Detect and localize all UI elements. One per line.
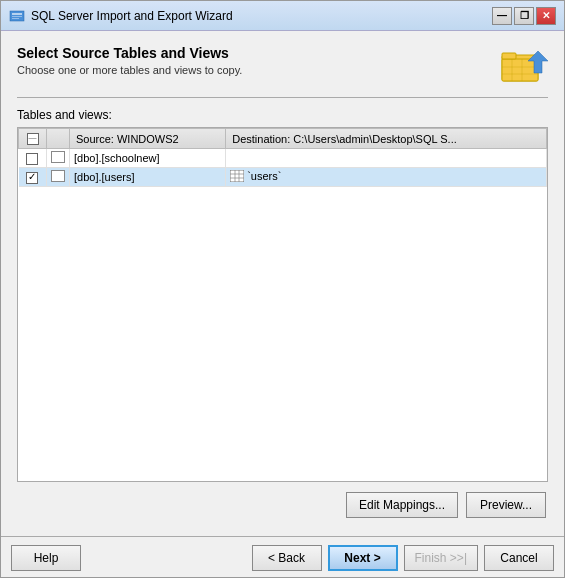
window-title: SQL Server Import and Export Wizard bbox=[31, 9, 233, 23]
help-button[interactable]: Help bbox=[11, 545, 81, 571]
svg-rect-2 bbox=[12, 16, 22, 17]
svg-rect-5 bbox=[502, 59, 538, 81]
row1-icon-cell bbox=[47, 149, 70, 168]
title-bar-buttons: — ❐ ✕ bbox=[492, 7, 556, 25]
svg-rect-6 bbox=[502, 53, 516, 59]
header-icon-col bbox=[47, 129, 70, 149]
row1-source: [dbo].[schoolnew] bbox=[70, 149, 226, 168]
wizard-icon bbox=[500, 45, 548, 85]
header-section: Select Source Tables and Views Choose on… bbox=[17, 45, 548, 85]
title-bar-left: SQL Server Import and Export Wizard bbox=[9, 8, 233, 24]
header-text: Select Source Tables and Views Choose on… bbox=[17, 45, 242, 76]
header-divider bbox=[17, 97, 548, 98]
svg-rect-3 bbox=[12, 18, 19, 19]
next-button[interactable]: Next > bbox=[328, 545, 398, 571]
tables-grid[interactable]: Source: WINDOWS2 Destination: C:\Users\a… bbox=[17, 127, 548, 482]
row1-checkbox[interactable] bbox=[26, 153, 38, 165]
preview-button[interactable]: Preview... bbox=[466, 492, 546, 518]
title-bar: SQL Server Import and Export Wizard — ❐ … bbox=[1, 1, 564, 31]
svg-rect-1 bbox=[12, 13, 22, 15]
table-header-row: Source: WINDOWS2 Destination: C:\Users\a… bbox=[19, 129, 547, 149]
table-row[interactable]: [dbo].[users] `users` bbox=[19, 168, 547, 187]
footer-left: Help bbox=[11, 545, 81, 571]
footer-center: < Back Next > Finish >>| Cancel bbox=[252, 545, 554, 571]
back-button[interactable]: < Back bbox=[252, 545, 322, 571]
grid-data-icon bbox=[230, 170, 244, 182]
tables-label: Tables and views: bbox=[17, 108, 548, 122]
row2-table-icon bbox=[51, 170, 65, 182]
row1-table-icon bbox=[51, 151, 65, 163]
svg-rect-12 bbox=[230, 170, 244, 182]
main-window: SQL Server Import and Export Wizard — ❐ … bbox=[0, 0, 565, 578]
finish-button[interactable]: Finish >>| bbox=[404, 545, 478, 571]
row2-checkbox-cell[interactable] bbox=[19, 168, 47, 187]
row2-destination: `users` bbox=[226, 168, 547, 187]
row2-checkbox[interactable] bbox=[26, 172, 38, 184]
header-checkbox-col bbox=[19, 129, 47, 149]
row2-icon-cell bbox=[47, 168, 70, 187]
footer: Help < Back Next > Finish >>| Cancel bbox=[1, 536, 564, 577]
minimize-button[interactable]: — bbox=[492, 7, 512, 25]
edit-mappings-button[interactable]: Edit Mappings... bbox=[346, 492, 458, 518]
page-title: Select Source Tables and Views bbox=[17, 45, 242, 61]
row1-destination bbox=[226, 149, 547, 168]
cancel-button[interactable]: Cancel bbox=[484, 545, 554, 571]
restore-button[interactable]: ❐ bbox=[514, 7, 534, 25]
header-source-col: Source: WINDOWS2 bbox=[70, 129, 226, 149]
page-subtitle: Choose one or more tables and views to c… bbox=[17, 64, 242, 76]
row1-checkbox-cell[interactable] bbox=[19, 149, 47, 168]
row2-source: [dbo].[users] bbox=[70, 168, 226, 187]
table-row[interactable]: [dbo].[schoolnew] bbox=[19, 149, 547, 168]
dialog-content: Select Source Tables and Views Choose on… bbox=[1, 31, 564, 536]
close-button[interactable]: ✕ bbox=[536, 7, 556, 25]
action-buttons: Edit Mappings... Preview... bbox=[17, 492, 548, 518]
header-destination-col: Destination: C:\Users\admin\Desktop\SQL … bbox=[226, 129, 547, 149]
header-checkbox[interactable] bbox=[27, 133, 39, 145]
app-icon bbox=[9, 8, 25, 24]
